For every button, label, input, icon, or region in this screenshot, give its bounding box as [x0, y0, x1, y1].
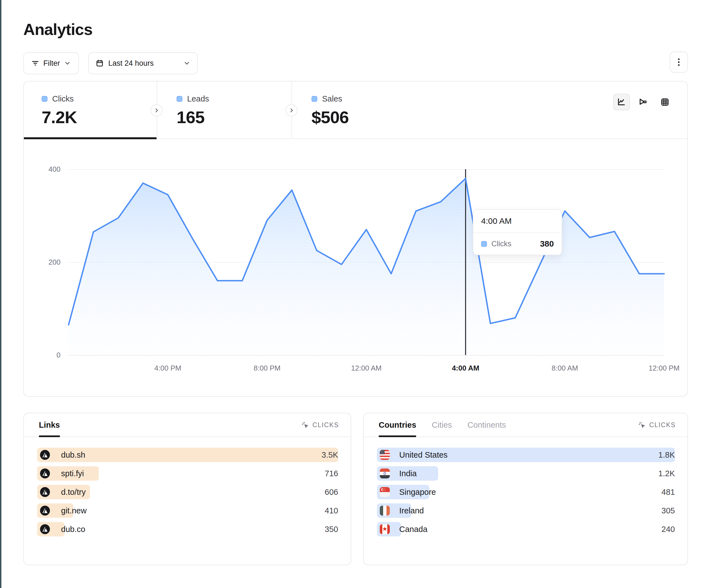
analytics-page: Analytics Filter Last 24 hours — [0, 0, 711, 588]
tab-countries[interactable]: Countries — [379, 413, 416, 436]
x-tick-label: 12:00 PM — [649, 364, 680, 372]
y-tick-label: 200 — [24, 258, 61, 267]
row-value: 1.2K — [658, 466, 675, 481]
countries-metric-selector[interactable]: CLICKS — [638, 421, 676, 429]
tooltip-legend-square — [481, 241, 487, 247]
links-metric-selector[interactable]: CLICKS — [302, 421, 339, 429]
row-value: 716 — [325, 466, 338, 481]
analytics-card: Clicks 7.2K Leads 165 Sales $506 — [23, 81, 688, 397]
list-item-spti-fyi[interactable]: spti.fyi716 — [37, 466, 338, 481]
row-value: 481 — [662, 485, 675, 499]
line-chart-view-button[interactable] — [613, 94, 630, 110]
tooltip-value: 380 — [540, 239, 554, 249]
chart-tooltip: 4:00 AM Clicks 380 — [473, 209, 562, 255]
chevron-down-icon — [64, 60, 71, 67]
list-item-dub-sh[interactable]: dub.sh3.5K — [37, 448, 338, 462]
links-metric-label: CLICKS — [312, 421, 339, 429]
clicks-stat-label: Clicks — [52, 94, 73, 104]
links-panel: Links CLICKS dub.sh3.5Kspti.fyi716d.to/t… — [23, 413, 351, 565]
filter-button-label: Filter — [43, 59, 60, 68]
tab-links[interactable]: Links — [39, 413, 60, 436]
kebab-icon — [675, 57, 683, 67]
row-label: dub.co — [61, 522, 85, 537]
row-label: git.new — [61, 503, 87, 518]
row-label: Canada — [399, 522, 428, 537]
active-stat-underline — [24, 137, 156, 139]
list-item-canada[interactable]: Canada240 — [377, 522, 675, 537]
list-item-singapore[interactable]: Singapore481 — [377, 485, 675, 499]
row-label: United States — [399, 448, 448, 462]
filter-button[interactable]: Filter — [23, 52, 79, 74]
funnel-view-button[interactable] — [635, 94, 652, 110]
list-item-d-to-try[interactable]: d.to/try606 — [37, 485, 338, 499]
chart-area-pattern — [69, 179, 664, 355]
sales-stat-value: $506 — [311, 107, 436, 127]
tab-sales[interactable]: Sales $506 — [292, 82, 436, 138]
more-options-button[interactable] — [670, 51, 688, 73]
x-tick-label: 4:00 AM — [452, 364, 479, 372]
line-chart-icon — [617, 97, 626, 107]
date-range-label: Last 24 hours — [108, 59, 154, 68]
clicks-area-chart[interactable] — [69, 169, 664, 355]
dub-logo-icon — [40, 469, 50, 478]
row-value: 240 — [662, 522, 675, 537]
dub-logo-icon — [40, 506, 50, 516]
row-label: Singapore — [399, 485, 436, 499]
table-view-button[interactable] — [656, 94, 673, 110]
x-tick-label: 12:00 AM — [351, 364, 382, 372]
tab-leads[interactable]: Leads 165 — [156, 82, 292, 138]
tab-links-label: Links — [39, 421, 60, 430]
clicks-stat-value: 7.2K — [42, 107, 156, 127]
row-label: spti.fyi — [61, 466, 84, 481]
sales-stat-label: Sales — [322, 94, 342, 104]
row-value: 606 — [325, 485, 338, 499]
filter-icon — [31, 59, 39, 67]
row-label: d.to/try — [61, 485, 86, 499]
row-label: dub.sh — [61, 448, 85, 462]
expand-leads-button[interactable] — [285, 104, 298, 116]
clicks-legend-square — [42, 96, 47, 102]
in-flag-icon — [380, 469, 390, 478]
expand-clicks-button[interactable] — [150, 104, 163, 116]
x-axis-line — [69, 355, 664, 356]
funnel-icon — [639, 97, 648, 107]
date-range-button[interactable]: Last 24 hours — [88, 52, 198, 74]
leads-legend-square — [177, 96, 182, 102]
row-value: 1.8K — [658, 448, 675, 462]
us-flag-icon — [380, 450, 390, 460]
list-item-ireland[interactable]: Ireland305 — [377, 503, 675, 518]
sales-legend-square — [311, 96, 317, 102]
row-value: 350 — [325, 522, 338, 537]
list-item-dub-co[interactable]: dub.co350 — [37, 522, 338, 537]
list-item-india[interactable]: India1.2K — [377, 466, 675, 481]
chevron-down-icon — [183, 60, 191, 67]
x-tick-label: 8:00 AM — [552, 364, 578, 372]
cursor-click-icon — [302, 421, 309, 429]
y-tick-label: 0 — [24, 351, 61, 359]
calendar-icon — [95, 59, 104, 67]
tab-clicks[interactable]: Clicks 7.2K — [24, 82, 156, 138]
row-value: 410 — [325, 503, 338, 518]
x-axis-tick-labels: 4:00 PM8:00 PM12:00 AM4:00 AM8:00 AM12:0… — [69, 364, 664, 375]
list-item-united-states[interactable]: United States1.8K — [377, 448, 675, 462]
dub-logo-icon — [40, 487, 50, 497]
dub-logo-icon — [40, 524, 50, 534]
left-edge-stripe — [0, 0, 1, 588]
list-item-git-new[interactable]: git.new410 — [37, 503, 338, 518]
chart-view-toggles — [613, 94, 673, 110]
page-title: Analytics — [23, 20, 92, 39]
countries-rows: United States1.8KIndia1.2KSingapore481Ir… — [364, 437, 687, 537]
leads-stat-value: 165 — [177, 107, 292, 127]
grid-icon — [660, 97, 670, 107]
countries-metric-label: CLICKS — [649, 421, 676, 429]
tooltip-time: 4:00 AM — [473, 210, 562, 233]
row-label: Ireland — [399, 503, 424, 518]
links-rows: dub.sh3.5Kspti.fyi716d.to/try606git.new4… — [24, 437, 351, 537]
dub-logo-icon — [40, 450, 50, 460]
tab-continents[interactable]: Continents — [468, 413, 506, 436]
sg-flag-icon — [380, 487, 390, 497]
leads-stat-label: Leads — [187, 94, 209, 104]
row-value: 3.5K — [322, 448, 338, 462]
tab-cities[interactable]: Cities — [432, 413, 452, 436]
ie-flag-icon — [380, 506, 390, 516]
